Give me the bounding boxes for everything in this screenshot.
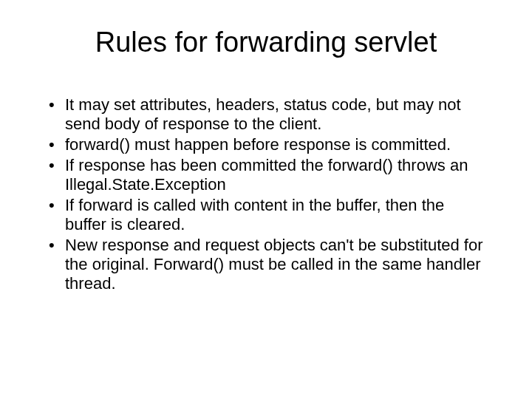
list-item: New response and request objects can't b… <box>44 236 488 293</box>
list-item: forward() must happen before response is… <box>44 135 488 154</box>
slide-title: Rules for forwarding servlet <box>44 27 488 58</box>
list-item: If response has been committed the forwa… <box>44 156 488 194</box>
list-item: It may set attributes, headers, status c… <box>44 95 488 134</box>
list-item: If forward is called with content in the… <box>44 196 488 234</box>
bullet-list: It may set attributes, headers, status c… <box>44 95 488 293</box>
